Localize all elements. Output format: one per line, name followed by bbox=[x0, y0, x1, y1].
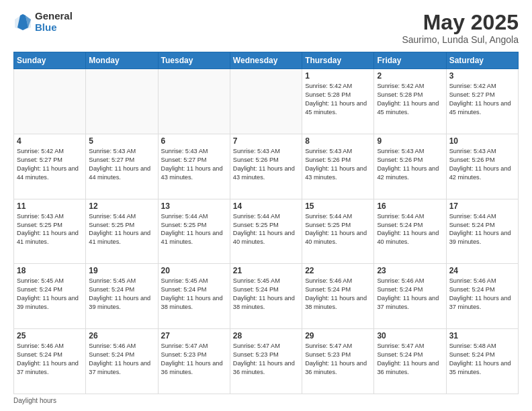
day-info: Sunrise: 5:48 AM Sunset: 5:24 PM Dayligh… bbox=[449, 342, 515, 377]
day-number: 5 bbox=[89, 136, 154, 146]
day-info: Sunrise: 5:43 AM Sunset: 5:26 PM Dayligh… bbox=[233, 147, 299, 182]
day-info: Sunrise: 5:47 AM Sunset: 5:23 PM Dayligh… bbox=[161, 342, 227, 377]
day-info: Sunrise: 5:42 AM Sunset: 5:27 PM Dayligh… bbox=[449, 82, 515, 117]
day-info: Sunrise: 5:43 AM Sunset: 5:27 PM Dayligh… bbox=[161, 147, 227, 182]
calendar-week-4: 18Sunrise: 5:45 AM Sunset: 5:24 PM Dayli… bbox=[14, 264, 519, 329]
table-row: 28Sunrise: 5:47 AM Sunset: 5:23 PM Dayli… bbox=[230, 329, 302, 394]
table-row: 11Sunrise: 5:43 AM Sunset: 5:25 PM Dayli… bbox=[14, 199, 86, 264]
table-row: 23Sunrise: 5:46 AM Sunset: 5:24 PM Dayli… bbox=[374, 264, 446, 329]
title-block: May 2025 Saurimo, Lunda Sul, Angola bbox=[402, 11, 519, 45]
calendar-table: Sunday Monday Tuesday Wednesday Thursday… bbox=[13, 52, 519, 394]
page: General Blue May 2025 Saurimo, Lunda Sul… bbox=[0, 0, 532, 411]
table-row: 12Sunrise: 5:44 AM Sunset: 5:25 PM Dayli… bbox=[86, 199, 158, 264]
table-row: 6Sunrise: 5:43 AM Sunset: 5:27 PM Daylig… bbox=[158, 134, 230, 199]
day-info: Sunrise: 5:46 AM Sunset: 5:24 PM Dayligh… bbox=[305, 277, 371, 312]
day-number: 12 bbox=[89, 201, 154, 211]
table-row: 1Sunrise: 5:42 AM Sunset: 5:28 PM Daylig… bbox=[302, 69, 374, 134]
day-number: 24 bbox=[449, 266, 515, 275]
day-info: Sunrise: 5:47 AM Sunset: 5:24 PM Dayligh… bbox=[377, 342, 443, 377]
table-row: 17Sunrise: 5:44 AM Sunset: 5:24 PM Dayli… bbox=[446, 199, 518, 264]
day-number: 7 bbox=[233, 136, 299, 146]
table-row: 2Sunrise: 5:42 AM Sunset: 5:28 PM Daylig… bbox=[374, 69, 446, 134]
day-number: 15 bbox=[305, 201, 371, 211]
table-row: 24Sunrise: 5:46 AM Sunset: 5:24 PM Dayli… bbox=[446, 264, 518, 329]
day-info: Sunrise: 5:47 AM Sunset: 5:23 PM Dayligh… bbox=[305, 342, 371, 377]
day-number: 29 bbox=[305, 331, 371, 340]
col-monday: Monday bbox=[86, 52, 158, 69]
table-row: 31Sunrise: 5:48 AM Sunset: 5:24 PM Dayli… bbox=[446, 329, 518, 394]
calendar-week-1: 1Sunrise: 5:42 AM Sunset: 5:28 PM Daylig… bbox=[14, 69, 519, 134]
day-number: 21 bbox=[233, 266, 299, 275]
table-row bbox=[230, 69, 302, 134]
table-row: 14Sunrise: 5:44 AM Sunset: 5:25 PM Dayli… bbox=[230, 199, 302, 264]
day-number: 3 bbox=[449, 71, 515, 81]
col-saturday: Saturday bbox=[446, 52, 518, 69]
day-number: 25 bbox=[17, 331, 83, 340]
day-number: 17 bbox=[449, 201, 515, 211]
col-friday: Friday bbox=[374, 52, 446, 69]
day-info: Sunrise: 5:45 AM Sunset: 5:24 PM Dayligh… bbox=[89, 277, 154, 312]
table-row: 15Sunrise: 5:44 AM Sunset: 5:25 PM Dayli… bbox=[302, 199, 374, 264]
table-row: 5Sunrise: 5:43 AM Sunset: 5:27 PM Daylig… bbox=[86, 134, 158, 199]
page-subtitle: Saurimo, Lunda Sul, Angola bbox=[402, 34, 519, 45]
header: General Blue May 2025 Saurimo, Lunda Sul… bbox=[13, 11, 519, 45]
day-number: 18 bbox=[17, 266, 83, 275]
table-row: 16Sunrise: 5:44 AM Sunset: 5:24 PM Dayli… bbox=[374, 199, 446, 264]
table-row: 22Sunrise: 5:46 AM Sunset: 5:24 PM Dayli… bbox=[302, 264, 374, 329]
day-number: 30 bbox=[377, 331, 443, 340]
table-row: 20Sunrise: 5:45 AM Sunset: 5:24 PM Dayli… bbox=[158, 264, 230, 329]
table-row: 18Sunrise: 5:45 AM Sunset: 5:24 PM Dayli… bbox=[14, 264, 86, 329]
logo-blue-text: Blue bbox=[35, 22, 73, 34]
calendar-week-5: 25Sunrise: 5:46 AM Sunset: 5:24 PM Dayli… bbox=[14, 329, 519, 394]
col-thursday: Thursday bbox=[302, 52, 374, 69]
day-info: Sunrise: 5:47 AM Sunset: 5:23 PM Dayligh… bbox=[233, 342, 299, 377]
day-number: 28 bbox=[233, 331, 299, 340]
page-title: May 2025 bbox=[402, 11, 519, 34]
day-number: 16 bbox=[377, 201, 443, 211]
day-info: Sunrise: 5:45 AM Sunset: 5:24 PM Dayligh… bbox=[161, 277, 227, 312]
calendar-week-3: 11Sunrise: 5:43 AM Sunset: 5:25 PM Dayli… bbox=[14, 199, 519, 264]
day-number: 14 bbox=[233, 201, 299, 211]
table-row: 26Sunrise: 5:46 AM Sunset: 5:24 PM Dayli… bbox=[86, 329, 158, 394]
day-number: 9 bbox=[377, 136, 443, 146]
day-number: 13 bbox=[161, 201, 227, 211]
day-number: 31 bbox=[449, 331, 515, 340]
day-info: Sunrise: 5:43 AM Sunset: 5:27 PM Dayligh… bbox=[89, 147, 154, 182]
day-number: 11 bbox=[17, 201, 83, 211]
day-info: Sunrise: 5:44 AM Sunset: 5:25 PM Dayligh… bbox=[161, 212, 227, 247]
day-info: Sunrise: 5:43 AM Sunset: 5:26 PM Dayligh… bbox=[305, 147, 371, 182]
table-row: 30Sunrise: 5:47 AM Sunset: 5:24 PM Dayli… bbox=[374, 329, 446, 394]
table-row: 9Sunrise: 5:43 AM Sunset: 5:26 PM Daylig… bbox=[374, 134, 446, 199]
day-info: Sunrise: 5:46 AM Sunset: 5:24 PM Dayligh… bbox=[17, 342, 83, 377]
day-number: 8 bbox=[305, 136, 371, 146]
table-row: 3Sunrise: 5:42 AM Sunset: 5:27 PM Daylig… bbox=[446, 69, 518, 134]
day-info: Sunrise: 5:46 AM Sunset: 5:24 PM Dayligh… bbox=[449, 277, 515, 312]
day-info: Sunrise: 5:43 AM Sunset: 5:26 PM Dayligh… bbox=[449, 147, 515, 182]
day-info: Sunrise: 5:42 AM Sunset: 5:28 PM Dayligh… bbox=[377, 82, 443, 117]
table-row: 19Sunrise: 5:45 AM Sunset: 5:24 PM Dayli… bbox=[86, 264, 158, 329]
day-info: Sunrise: 5:45 AM Sunset: 5:24 PM Dayligh… bbox=[233, 277, 299, 312]
day-info: Sunrise: 5:44 AM Sunset: 5:24 PM Dayligh… bbox=[377, 212, 443, 247]
day-info: Sunrise: 5:43 AM Sunset: 5:25 PM Dayligh… bbox=[17, 212, 83, 247]
day-number: 27 bbox=[161, 331, 227, 340]
day-info: Sunrise: 5:44 AM Sunset: 5:25 PM Dayligh… bbox=[89, 212, 154, 247]
logo-icon bbox=[13, 13, 32, 32]
day-number: 23 bbox=[377, 266, 443, 275]
day-number: 6 bbox=[161, 136, 227, 146]
day-number: 20 bbox=[161, 266, 227, 275]
table-row: 27Sunrise: 5:47 AM Sunset: 5:23 PM Dayli… bbox=[158, 329, 230, 394]
calendar-header-row: Sunday Monday Tuesday Wednesday Thursday… bbox=[14, 52, 519, 69]
table-row: 13Sunrise: 5:44 AM Sunset: 5:25 PM Dayli… bbox=[158, 199, 230, 264]
table-row bbox=[86, 69, 158, 134]
table-row: 4Sunrise: 5:42 AM Sunset: 5:27 PM Daylig… bbox=[14, 134, 86, 199]
day-number: 19 bbox=[89, 266, 154, 275]
col-sunday: Sunday bbox=[14, 52, 86, 69]
day-number: 2 bbox=[377, 71, 443, 81]
table-row: 8Sunrise: 5:43 AM Sunset: 5:26 PM Daylig… bbox=[302, 134, 374, 199]
logo: General Blue bbox=[13, 11, 73, 33]
table-row: 29Sunrise: 5:47 AM Sunset: 5:23 PM Dayli… bbox=[302, 329, 374, 394]
day-number: 10 bbox=[449, 136, 515, 146]
col-wednesday: Wednesday bbox=[230, 52, 302, 69]
day-info: Sunrise: 5:44 AM Sunset: 5:24 PM Dayligh… bbox=[449, 212, 515, 247]
logo-general-text: General bbox=[35, 11, 73, 22]
